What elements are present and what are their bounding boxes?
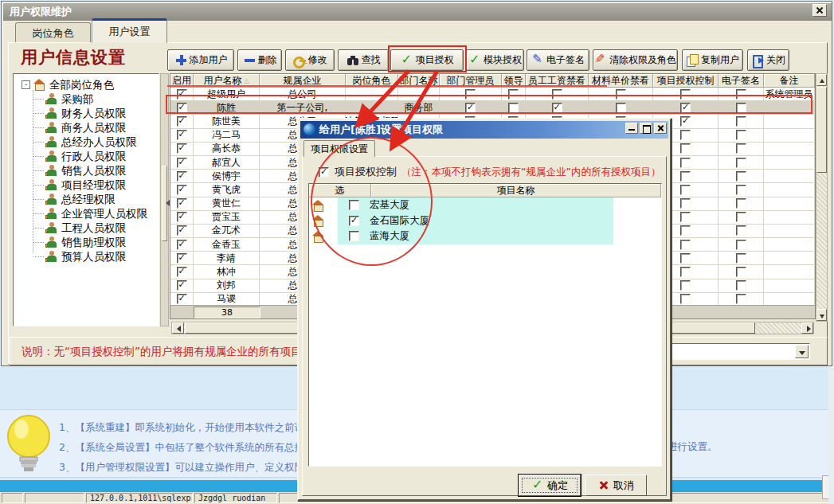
checkbox[interactable]	[680, 225, 691, 236]
table-cell[interactable]	[170, 279, 194, 293]
table-cell[interactable]	[170, 143, 194, 156]
table-cell[interactable]	[170, 156, 194, 170]
scroll-down-icon[interactable]	[816, 309, 827, 321]
checkbox[interactable]	[736, 158, 746, 168]
table-cell[interactable]: 黄飞虎	[194, 183, 260, 197]
table-cell[interactable]	[718, 115, 764, 128]
checkbox[interactable]	[680, 130, 691, 140]
close-button[interactable]: 关闭	[747, 49, 789, 71]
table-cell[interactable]: 贾宝玉	[194, 211, 260, 225]
tree-item-role[interactable]: 总经理权限	[14, 192, 159, 206]
scroll-right-icon[interactable]	[801, 322, 813, 334]
table-cell[interactable]	[718, 211, 764, 225]
table-cell[interactable]: 黄世仁	[194, 197, 260, 211]
table-cell[interactable]	[170, 265, 194, 279]
table-cell[interactable]: 冯二马	[194, 129, 260, 143]
table-cell[interactable]	[718, 279, 764, 293]
table-cell[interactable]	[718, 170, 764, 183]
column-header[interactable]: 备注	[764, 74, 815, 88]
column-header[interactable]: 项目授权控制	[653, 74, 718, 88]
table-cell[interactable]	[718, 265, 764, 279]
cancel-button[interactable]: 取消	[585, 475, 647, 496]
tree-item-role[interactable]: 企业管理人员权限	[14, 206, 159, 221]
checkbox[interactable]	[680, 198, 691, 209]
tree-item-role[interactable]: 销售人员权限	[14, 163, 159, 178]
checkbox[interactable]	[736, 225, 746, 236]
checkbox[interactable]	[177, 198, 187, 209]
table-cell[interactable]	[170, 115, 194, 128]
table-cell[interactable]	[764, 211, 815, 225]
checkbox[interactable]	[177, 294, 187, 304]
table-cell[interactable]	[718, 129, 764, 143]
checkbox[interactable]	[177, 130, 187, 140]
tree-item-role[interactable]: 总经办人员权限	[14, 135, 159, 149]
checkbox[interactable]	[680, 158, 691, 168]
table-cell[interactable]	[764, 129, 815, 143]
table-cell[interactable]	[718, 197, 764, 211]
table-cell[interactable]: 金香玉	[194, 238, 260, 252]
checkbox[interactable]	[736, 171, 746, 182]
table-cell[interactable]	[764, 197, 815, 211]
checkbox[interactable]	[736, 143, 746, 154]
dialog-maximize-button[interactable]	[640, 123, 652, 134]
dialog-titlebar[interactable]: 给用户[陈胜]设置项目权限	[300, 121, 668, 139]
checkbox[interactable]	[177, 158, 187, 168]
checkbox[interactable]	[680, 280, 691, 291]
checkbox[interactable]	[680, 212, 691, 222]
checkbox[interactable]	[680, 294, 691, 304]
table-cell[interactable]	[718, 225, 764, 238]
tree-item-role[interactable]: 预算人员权限	[14, 249, 159, 264]
checkbox[interactable]	[177, 185, 187, 195]
checkbox[interactable]	[736, 185, 746, 195]
checkbox[interactable]	[680, 116, 691, 127]
checkbox[interactable]	[177, 240, 187, 250]
tree-item-role[interactable]: 销售助理权限	[14, 235, 159, 249]
chevron-down-icon[interactable]	[795, 345, 809, 358]
find-button[interactable]: 查找	[338, 49, 389, 71]
dialog-minimize-button[interactable]	[625, 123, 638, 134]
checkbox[interactable]	[177, 225, 187, 236]
table-cell[interactable]	[718, 143, 764, 156]
tab-position-roles[interactable]: 岗位角色	[15, 22, 91, 43]
window-close-button[interactable]	[812, 4, 827, 17]
table-cell[interactable]	[764, 265, 815, 279]
ok-button[interactable]: 确定	[519, 475, 581, 496]
table-cell[interactable]	[718, 156, 764, 170]
table-cell[interactable]	[764, 170, 815, 183]
collapse-left-icon[interactable]	[162, 200, 170, 206]
table-cell[interactable]	[764, 225, 815, 238]
table-cell[interactable]	[170, 225, 194, 238]
table-cell[interactable]: 林冲	[194, 265, 260, 279]
copy-user-button[interactable]: 复制用户	[682, 49, 743, 71]
checkbox[interactable]	[736, 240, 746, 250]
table-cell[interactable]: 高长恭	[194, 143, 260, 156]
tree-item-role[interactable]: 工程人员权限	[14, 221, 159, 235]
table-cell[interactable]	[170, 211, 194, 225]
table-cell[interactable]: 郝宜人	[194, 156, 260, 170]
checkbox[interactable]	[177, 267, 187, 277]
tree-item-role[interactable]: 采购部	[14, 92, 159, 106]
table-cell[interactable]	[170, 170, 194, 183]
checkbox[interactable]	[680, 240, 691, 250]
checkbox[interactable]	[177, 143, 187, 154]
table-cell[interactable]	[170, 197, 194, 211]
column-header[interactable]: 电子签名	[718, 74, 764, 88]
table-cell[interactable]	[764, 143, 815, 156]
table-cell[interactable]	[170, 252, 194, 265]
checkbox[interactable]	[736, 294, 746, 304]
checkbox[interactable]	[736, 253, 746, 264]
table-cell[interactable]	[718, 238, 764, 252]
checkbox[interactable]	[680, 171, 691, 182]
table-cell[interactable]	[764, 115, 815, 128]
tree-item-role[interactable]: 行政人员权限	[14, 149, 159, 163]
esign-button[interactable]: 电子签名	[527, 49, 589, 71]
table-cell[interactable]	[764, 238, 815, 252]
module-auth-button[interactable]: 模块授权	[466, 49, 524, 71]
table-cell[interactable]: 陈世美	[194, 115, 260, 128]
collapse-icon[interactable]: -	[22, 80, 30, 89]
checkbox[interactable]	[736, 280, 746, 291]
checkbox[interactable]	[680, 143, 691, 154]
checkbox[interactable]	[177, 280, 187, 291]
modify-button[interactable]: 修改	[285, 49, 335, 71]
table-cell[interactable]: 刘邦	[194, 279, 260, 293]
